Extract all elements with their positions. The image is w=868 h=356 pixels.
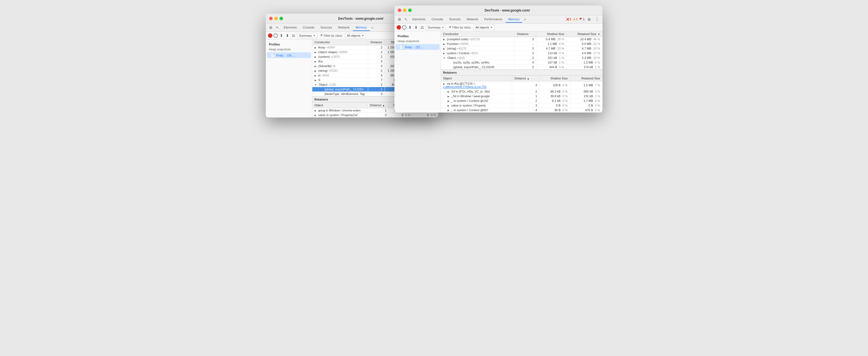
diff-icon-1[interactable]: ⚖	[291, 33, 296, 38]
count-badge: ×107176	[468, 38, 480, 41]
expand-arrow[interactable]: ▼	[443, 57, 446, 59]
expand-arrow[interactable]: ▶	[443, 52, 445, 55]
table-row[interactable]: ▶ system / Context ×3013 2 114 kB 0 % 4.…	[441, 51, 602, 56]
expand-arrow[interactable]: ▶	[314, 69, 316, 72]
more-menu-icon-2[interactable]: ⋮	[594, 16, 600, 23]
tab-network-2[interactable]: Network	[464, 16, 481, 23]
expand-arrow[interactable]: ▶	[447, 95, 450, 98]
retained-cell: 10.4 MB 46 %	[567, 37, 602, 41]
expand-arrow[interactable]: ▶	[447, 109, 450, 112]
retainer-distance-cell: 3	[367, 113, 389, 117]
download-icon-2[interactable]: ⬇	[413, 25, 418, 30]
retainer-object-cell: ▶ goog in Window / chrome-exten	[312, 108, 368, 113]
retainer-row[interactable]: ▶ _ in system / Context @142 2 8.2 kB 0 …	[441, 98, 602, 103]
download-icon-1[interactable]: ⬇	[285, 33, 290, 38]
minimize-button-1[interactable]	[274, 17, 278, 20]
retainer-row[interactable]: ▶ _hd in Window / www.google 1 39.8 kB 0…	[441, 94, 602, 98]
retainer-row[interactable]: ▶ value in system / Property 3 0 B 0 % 0…	[441, 103, 602, 108]
settings-icon-2[interactable]: ⚙	[586, 17, 592, 22]
table-row[interactable]: {global, exportPath_, CLOSUR 2 444 B 0 %…	[441, 65, 602, 69]
devtools-grid-icon[interactable]: ⊞	[268, 25, 274, 31]
expand-arrow[interactable]: ▶	[314, 65, 316, 68]
table-row[interactable]: ▶ (compiled code) ×107176 3 6.4 MB 28 % …	[441, 37, 602, 41]
constructor-name-cell: {global, exportPath_, CLOSUR	[441, 65, 515, 69]
tab-console-2[interactable]: Console	[429, 16, 446, 23]
devtools-grid-icon-2[interactable]: ⊞	[397, 17, 403, 23]
expand-arrow[interactable]: ▶	[314, 46, 316, 49]
expand-arrow[interactable]: ▶	[443, 48, 445, 50]
retained-cell: 5.0 MB 22 %	[567, 41, 602, 46]
upload-icon-2[interactable]: ⬆	[408, 25, 412, 30]
expand-arrow[interactable]: ▶	[447, 90, 450, 93]
expand-arrow[interactable]: ▶	[314, 60, 316, 63]
tab-performance-2[interactable]: Performance	[482, 16, 505, 23]
summary-select-2[interactable]: Summary ▼	[426, 25, 446, 30]
record-button-1[interactable]	[268, 33, 272, 38]
retainer-shallow-col-2: Shallow Size	[539, 76, 570, 81]
tab-more-2[interactable]: »	[523, 18, 527, 21]
expand-arrow[interactable]: ▶	[443, 83, 445, 85]
maximize-button-2[interactable]	[408, 8, 412, 12]
constructor-name-cell: ▶ lKa	[312, 59, 368, 64]
tab-memory-1[interactable]: Memory	[353, 24, 370, 31]
table-row[interactable]: ▼ Object ×1618 2 321 kB 1 % 2.3 MB 10 %	[441, 56, 602, 60]
expand-arrow[interactable]: ▶	[314, 114, 316, 117]
filter-button-2[interactable]: ⧩ Filter by class	[447, 25, 472, 30]
distance-cell: 2	[368, 87, 385, 92]
all-objects-select-2[interactable]: All objects ▼	[473, 25, 495, 30]
close-button-2[interactable]	[398, 8, 401, 12]
snapshot-item-1[interactable]: 📄 Snap… (16….	[267, 52, 311, 58]
table-row[interactable]: {sy1fu, sy2ly, sy39n, sy4fm, 4 197 kB 1 …	[441, 60, 602, 65]
title-bar-2: DevTools - www.google.com/	[395, 5, 602, 15]
tab-memory-2[interactable]: Memory	[505, 16, 523, 23]
expand-arrow[interactable]: ▶	[314, 74, 316, 77]
clear-button-1[interactable]	[274, 33, 278, 38]
record-button-2[interactable]	[397, 25, 401, 30]
tab-elements-1[interactable]: Elements	[281, 24, 300, 31]
retainer-row[interactable]: ▶ Xd in {FOc, H0a, VC, jo, Sbd 2 98.3 kB…	[441, 89, 602, 94]
upload-icon-1[interactable]: ⬆	[279, 33, 284, 38]
constructor-col-header-2: Constructor	[441, 31, 515, 37]
diff-icon-2[interactable]: ⚖	[420, 25, 425, 30]
tab-sources-1[interactable]: Sources	[318, 24, 335, 31]
retainer-object-cell: ▶ value in system / PropertyCel	[312, 113, 368, 117]
expand-arrow[interactable]: ▶	[314, 79, 316, 82]
clear-button-2[interactable]	[402, 25, 406, 30]
snapshot-item-2[interactable]: 📄 Snap… (22….	[396, 44, 440, 50]
expand-arrow[interactable]: ▶	[314, 56, 316, 58]
filter-button-1[interactable]: ⧩ Filter by class	[318, 33, 344, 38]
maximize-button-1[interactable]	[279, 17, 283, 20]
expand-arrow[interactable]: ▶	[447, 100, 450, 102]
retained-cell: 4.0 MB 17 %	[567, 51, 602, 56]
retainer-retained-col-2: Retained Size	[570, 76, 602, 81]
distance-cell: 2	[515, 65, 536, 69]
retainer-row[interactable]: ▶ value in system / PropertyCel 3 0 0 % …	[312, 113, 438, 117]
badge-area-2: ❌ 1 ⚠ 1 🚩 1 ⚙ ⋮	[566, 16, 600, 23]
devtools-inspect-icon-2[interactable]: ↖	[403, 17, 409, 23]
tab-network-1[interactable]: Network	[335, 24, 352, 31]
expand-arrow[interactable]: ▶	[447, 104, 450, 107]
expand-arrow[interactable]: ▶	[314, 51, 316, 54]
all-objects-select-1[interactable]: All objects ▼	[345, 33, 366, 38]
expand-arrow[interactable]: ▶	[443, 38, 445, 41]
close-button-1[interactable]	[269, 17, 273, 20]
devtools-inspect-icon[interactable]: ↖	[275, 25, 281, 31]
retainer-distance-cell: 3	[512, 103, 539, 108]
summary-select-1[interactable]: Summary ▼	[297, 33, 317, 38]
count-badge: ×34385	[459, 42, 468, 46]
expand-arrow[interactable]: ▶	[314, 109, 316, 112]
expand-arrow[interactable]: ▶	[443, 43, 445, 46]
expand-arrow[interactable]: ▼	[314, 84, 317, 86]
table-row[interactable]: ▶ Function ×34385 – 1.1 MB 5 % 5.0 MB 22…	[441, 41, 602, 46]
retainer-shallow-cell: 39.8 kB 0 %	[539, 94, 570, 98]
tab-elements-2[interactable]: Elements	[410, 16, 428, 23]
retainer-link[interactable]: c,dtl0nd,eHDfl,YV5bee,d,csi:753	[443, 85, 487, 88]
tab-more-1[interactable]: »	[370, 26, 374, 30]
retainer-row[interactable]: ▶ oa in lKa @177115 □c,dtl0nd,eHDfl,YV5b…	[441, 81, 602, 89]
tab-console-1[interactable]: Console	[300, 24, 317, 31]
minimize-button-2[interactable]	[403, 8, 406, 12]
tab-sources-2[interactable]: Sources	[446, 16, 463, 23]
retainer-row[interactable]: ▶ _ in system / Context @607 4 36 B 0 % …	[441, 108, 602, 113]
constructor-name-cell: {global, exportPath_, CLOSU	[312, 87, 368, 92]
table-row[interactable]: ▶ (string) ×43170 2 4.7 MB 20 % 4.7 MB 2…	[441, 46, 602, 51]
